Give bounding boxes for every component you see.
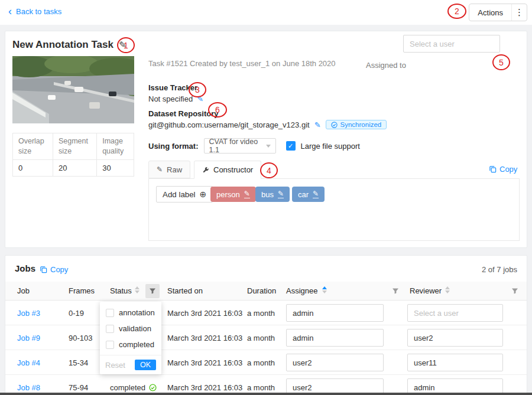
jobs-count: 2 of 7 jobs: [482, 265, 517, 274]
jobs-card: Jobs Copy 2 of 7 jobs Job Frames Status …: [5, 255, 527, 395]
actions-button[interactable]: Actions ⋮: [469, 4, 527, 21]
label-chip-car[interactable]: car ✎: [292, 187, 325, 202]
tab-raw[interactable]: ✎ Raw: [148, 161, 190, 178]
table-row: Job #4 15-34 March 3rd 2021 16:03 a mont…: [5, 350, 527, 375]
format-select-value: CVAT for video 1.1: [209, 138, 266, 154]
filter-option-completed[interactable]: completed: [100, 337, 161, 352]
segment-size-header: Segment size: [53, 133, 96, 160]
edit-label-icon[interactable]: ✎: [313, 190, 319, 198]
assigned-to-label: Assigned to: [366, 61, 406, 70]
annotation-checkbox[interactable]: [106, 309, 114, 317]
validation-label: validation: [119, 324, 151, 333]
segment-size-value: 20: [53, 159, 96, 176]
assignee-input[interactable]: [286, 329, 384, 347]
edit-label-icon[interactable]: ✎: [244, 190, 250, 198]
label-chip-car-text: car: [298, 190, 309, 199]
status-sort-icons[interactable]: [135, 286, 140, 293]
filter-option-annotation[interactable]: annotation: [100, 305, 161, 321]
task-details-card: New Annotation Task ✎ Overlap size Segme…: [5, 31, 527, 248]
sync-status-badge[interactable]: Synchronized: [326, 120, 387, 129]
task-meta-text: Task #1521 Created by test_user_1 on Jun…: [148, 59, 336, 68]
reviewer-input[interactable]: [407, 329, 503, 347]
filter-reset-button[interactable]: Reset: [105, 361, 125, 370]
plus-circle-icon: ⊕: [200, 190, 207, 199]
add-label-button[interactable]: Add label ⊕: [156, 186, 213, 203]
table-row: Job #9 90-103 March 3rd 2021 16:03 a mon…: [5, 325, 527, 350]
col-started: Started on: [167, 286, 203, 295]
params-value-row: 0 20 30: [13, 159, 134, 176]
started-cell: March 3rd 2021 16:03: [167, 358, 242, 367]
copy-jobs-link[interactable]: Copy: [40, 265, 68, 274]
jobs-title: Jobs: [15, 263, 35, 273]
label-chip-person[interactable]: person ✎: [210, 187, 256, 202]
table-row: Job #3 0-19 March 3rd 2021 16:03 a month: [5, 301, 527, 325]
assignee-filter-icon[interactable]: [388, 284, 403, 298]
reviewer-filter-icon[interactable]: [508, 284, 522, 298]
started-cell: March 3rd 2021 16:03: [167, 309, 242, 318]
status-filter-dropdown: annotation validation completed Reset OK: [100, 302, 161, 374]
completed-label: completed: [119, 340, 154, 349]
filter-option-validation[interactable]: validation: [100, 321, 161, 337]
annotation-label: annotation: [119, 308, 155, 317]
assignee-sort-icons[interactable]: [322, 286, 327, 293]
job-link[interactable]: Job #4: [17, 358, 40, 367]
overlap-size-header: Overlap size: [13, 133, 53, 160]
started-cell: March 3rd 2021 16:03: [167, 334, 242, 342]
back-to-tasks-link[interactable]: ‹ Back to tasks: [8, 7, 61, 16]
label-chip-bus[interactable]: bus ✎: [255, 187, 290, 202]
callout-2: 2: [447, 4, 466, 19]
job-link[interactable]: Job #9: [17, 334, 40, 342]
col-status: Status: [110, 286, 132, 295]
assignee-input[interactable]: [286, 354, 384, 371]
reviewer-sort-icons[interactable]: [445, 286, 450, 293]
traffic-scene-image: [12, 56, 134, 123]
job-link[interactable]: Job #8: [17, 383, 40, 392]
label-chip-bus-text: bus: [261, 190, 274, 199]
edit-repository-icon[interactable]: ✎: [314, 120, 321, 129]
jobs-table-header: Job Frames Status Started on Duration As…: [5, 282, 527, 301]
large-file-checkbox[interactable]: ✓: [286, 141, 296, 151]
frames-cell: 15-34: [69, 358, 88, 367]
task-parameters-table: Overlap size Segment size Image quality …: [12, 133, 134, 177]
actions-label: Actions: [469, 8, 511, 17]
format-select[interactable]: CVAT for video 1.1: [204, 138, 276, 154]
more-menu-icon[interactable]: ⋮: [511, 4, 527, 21]
col-frames: Frames: [69, 286, 95, 295]
filter-ok-button[interactable]: OK: [135, 360, 156, 370]
chevron-down-icon: [266, 145, 271, 148]
callout-5: 5: [492, 54, 510, 70]
label-chip-person-text: person: [216, 190, 240, 199]
edit-label-icon[interactable]: ✎: [278, 190, 284, 198]
pencil-icon: ✎: [157, 165, 163, 174]
duration-cell: a month: [247, 358, 275, 367]
col-reviewer: Reviewer: [410, 286, 442, 295]
copy-labels-link[interactable]: Copy: [489, 165, 517, 174]
image-quality-header: Image quality: [97, 133, 134, 160]
assigned-to-input[interactable]: [403, 35, 500, 53]
validation-checkbox[interactable]: [106, 325, 114, 333]
status-filter-icon[interactable]: [145, 284, 160, 298]
status-completed-text: completed: [110, 383, 145, 392]
repository-url: git@github.com:username/git_storage_v123…: [148, 120, 310, 129]
completed-checkbox[interactable]: [106, 341, 114, 349]
job-link[interactable]: Job #3: [17, 309, 40, 318]
tab-raw-label: Raw: [167, 165, 182, 174]
col-duration: Duration: [247, 286, 276, 295]
duration-cell: a month: [247, 383, 275, 392]
tab-constructor[interactable]: Constructor: [194, 161, 261, 179]
window-bottom-edge: [0, 393, 532, 395]
reviewer-input[interactable]: [407, 304, 503, 322]
copy-icon: [489, 165, 497, 173]
callout-1: 1: [117, 37, 135, 53]
back-label: Back to tasks: [16, 7, 61, 16]
assignee-input[interactable]: [286, 304, 384, 322]
large-file-label: Large file support: [301, 142, 360, 151]
reviewer-input[interactable]: [407, 354, 503, 371]
wrench-icon: [202, 167, 209, 174]
add-label-text: Add label: [163, 190, 196, 199]
funnel-icon: [149, 288, 156, 295]
copy-labels-text: Copy: [499, 165, 517, 174]
image-quality-value: 30: [97, 159, 134, 176]
dataset-repository-row: git@github.com:username/git_storage_v123…: [148, 120, 387, 129]
sync-badge-label: Synchronized: [340, 121, 382, 128]
